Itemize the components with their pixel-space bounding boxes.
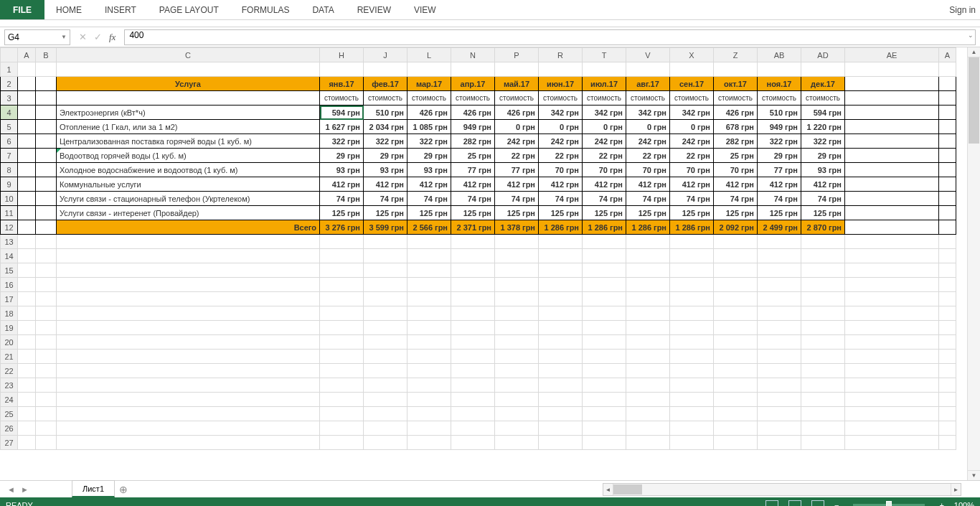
cell[interactable] [539, 278, 583, 292]
cell[interactable] [320, 350, 364, 364]
value-cell[interactable]: 70 грн [714, 163, 758, 177]
cell[interactable] [18, 335, 36, 350]
cell[interactable] [364, 292, 407, 306]
value-cell[interactable]: 70 грн [670, 163, 714, 177]
cell[interactable] [714, 421, 758, 436]
cell[interactable] [495, 278, 539, 292]
header-month[interactable]: фев.17 [364, 77, 407, 91]
cell[interactable] [670, 364, 714, 378]
cell[interactable] [495, 436, 539, 450]
value-cell[interactable]: 74 грн [407, 192, 451, 206]
value-cell[interactable]: 510 грн [758, 106, 801, 120]
total-cell[interactable]: 1 286 грн [539, 220, 583, 235]
col-header[interactable]: N [451, 48, 495, 62]
row-header[interactable]: 7 [1, 149, 18, 163]
total-cell[interactable]: 2 566 грн [407, 220, 451, 235]
cell[interactable] [670, 292, 714, 306]
value-cell[interactable]: 74 грн [714, 192, 758, 206]
tab-page-layout[interactable]: PAGE LAYOUT [148, 0, 230, 19]
value-cell[interactable]: 125 грн [801, 206, 845, 220]
value-cell[interactable]: 342 грн [539, 106, 583, 120]
cell[interactable] [801, 321, 845, 335]
cell[interactable] [714, 335, 758, 350]
cell[interactable] [939, 421, 956, 436]
view-page-layout-icon[interactable] [788, 500, 801, 506]
cell[interactable] [364, 306, 407, 321]
value-cell[interactable]: 125 грн [451, 206, 495, 220]
cell[interactable] [18, 378, 36, 393]
tab-insert[interactable]: INSERT [93, 0, 148, 19]
cell[interactable] [320, 364, 364, 378]
row-header[interactable]: 15 [1, 263, 18, 278]
cell[interactable] [758, 278, 801, 292]
cell[interactable] [801, 364, 845, 378]
cell[interactable] [364, 393, 407, 407]
cell[interactable] [364, 378, 407, 393]
cell[interactable] [539, 393, 583, 407]
cell[interactable] [670, 263, 714, 278]
cell[interactable] [495, 350, 539, 364]
value-cell[interactable]: 242 грн [583, 134, 626, 149]
value-cell[interactable]: 242 грн [495, 134, 539, 149]
vertical-scrollbar[interactable]: ▲ ▼ [967, 47, 980, 480]
value-cell[interactable]: 125 грн [583, 206, 626, 220]
cell[interactable] [451, 393, 495, 407]
col-header[interactable]: X [670, 48, 714, 62]
col-header[interactable]: Z [714, 48, 758, 62]
value-cell[interactable]: 0 грн [670, 120, 714, 134]
cell[interactable] [539, 436, 583, 450]
subheader-cost[interactable]: стоимость [320, 91, 364, 106]
cell[interactable] [320, 278, 364, 292]
cell[interactable] [320, 235, 364, 249]
scroll-down-icon[interactable]: ▼ [968, 470, 980, 480]
value-cell[interactable]: 74 грн [451, 192, 495, 206]
fx-icon[interactable]: fx [109, 32, 116, 43]
nav-prev-icon[interactable]: ► [21, 485, 29, 494]
cell[interactable] [364, 235, 407, 249]
col-header[interactable]: B [36, 48, 57, 62]
tab-review[interactable]: REVIEW [346, 0, 402, 19]
cell[interactable] [845, 393, 939, 407]
cell[interactable] [939, 192, 956, 206]
cell[interactable] [364, 263, 407, 278]
cell[interactable] [495, 306, 539, 321]
cell[interactable] [801, 263, 845, 278]
cell[interactable] [845, 350, 939, 364]
cell[interactable] [845, 120, 939, 134]
value-cell[interactable]: 594 грн [801, 106, 845, 120]
cell[interactable] [36, 378, 57, 393]
cell[interactable] [57, 407, 320, 421]
value-cell[interactable]: 322 грн [320, 134, 364, 149]
header-month[interactable]: окт.17 [714, 77, 758, 91]
cell[interactable] [626, 436, 670, 450]
cell[interactable] [714, 364, 758, 378]
service-name[interactable]: Услуги связи - стационарный телефон (Укр… [57, 192, 320, 206]
cell[interactable] [801, 306, 845, 321]
row-header[interactable]: 9 [1, 177, 18, 192]
cell[interactable] [626, 421, 670, 436]
cell[interactable] [845, 77, 939, 91]
col-header[interactable]: A [18, 48, 36, 62]
cell[interactable] [583, 62, 626, 77]
row-header[interactable]: 5 [1, 120, 18, 134]
cell[interactable] [758, 306, 801, 321]
cell[interactable] [939, 350, 956, 364]
value-cell[interactable]: 0 грн [626, 120, 670, 134]
cell[interactable] [451, 421, 495, 436]
cell[interactable] [407, 436, 451, 450]
cell[interactable] [495, 321, 539, 335]
col-header[interactable]: L [407, 48, 451, 62]
cell[interactable] [18, 120, 36, 134]
cell[interactable] [583, 421, 626, 436]
subheader-cost[interactable]: стоимость [364, 91, 407, 106]
value-cell[interactable]: 93 грн [407, 163, 451, 177]
total-cell[interactable]: 1 286 грн [670, 220, 714, 235]
value-cell[interactable]: 0 грн [495, 120, 539, 134]
cell[interactable] [845, 220, 939, 235]
value-cell[interactable]: 412 грн [714, 177, 758, 192]
cell[interactable] [845, 134, 939, 149]
total-cell[interactable]: 2 092 грн [714, 220, 758, 235]
row-header[interactable]: 21 [1, 350, 18, 364]
service-name[interactable]: Отопление (1 Гкал, или за 1 м2) [57, 120, 320, 134]
cell[interactable] [583, 249, 626, 263]
